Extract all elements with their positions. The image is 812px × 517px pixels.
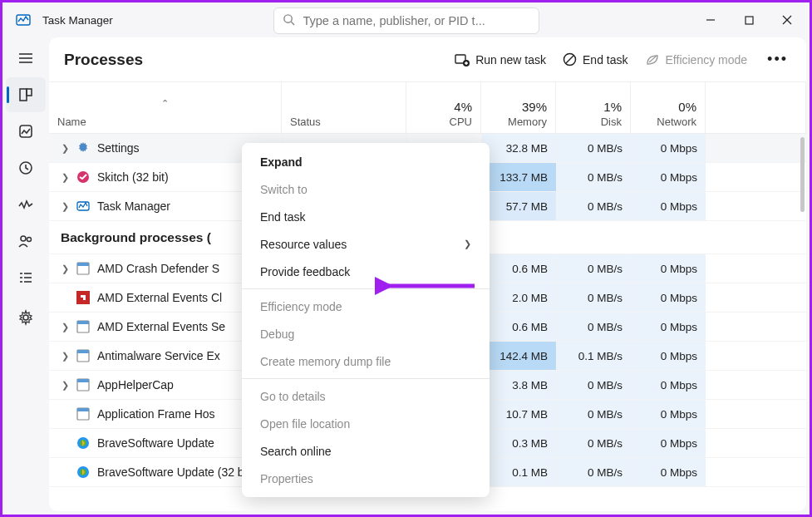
chevron-right-icon: ❯ (464, 239, 471, 249)
memory-cell: 10.7 MB (481, 400, 556, 428)
process-icon (76, 319, 91, 334)
nav-performance[interactable] (6, 114, 46, 149)
disk-cell: 0 MB/s (556, 163, 631, 191)
search-box[interactable] (273, 7, 539, 34)
process-name: Settings (97, 141, 140, 155)
memory-cell: 142.4 MB (481, 342, 556, 370)
nav-processes[interactable] (6, 77, 46, 112)
network-cell: 0 Mbps (631, 400, 706, 428)
end-task-button[interactable]: End task (563, 52, 627, 66)
process-icon (76, 261, 91, 276)
process-name: AMD Crash Defender S (97, 262, 219, 275)
chevron-right-icon[interactable]: ❯ (57, 201, 72, 212)
nav-users[interactable] (6, 224, 46, 258)
process-icon (76, 199, 91, 214)
process-name: Application Frame Hos (97, 407, 215, 421)
page-title: Processes (64, 51, 143, 69)
disk-cell: 0.1 MB/s (556, 342, 631, 370)
table-header: ⌃ Name Status 4%CPU 39%Memory 1%Disk 0%N… (49, 82, 806, 134)
process-icon (76, 465, 91, 480)
disk-cell: 0 MB/s (556, 400, 631, 428)
col-cpu[interactable]: 4%CPU (406, 82, 481, 133)
process-icon (76, 290, 91, 305)
disk-cell: 0 MB/s (556, 134, 631, 162)
network-cell: 0 Mbps (631, 342, 706, 370)
memory-cell: 3.8 MB (481, 371, 556, 399)
menu-item-end-task[interactable]: End task (242, 203, 490, 230)
col-memory[interactable]: 39%Memory (481, 82, 556, 133)
efficiency-mode-button: Efficiency mode (645, 53, 748, 66)
col-status[interactable]: Status (282, 82, 406, 133)
memory-cell: 57.7 MB (481, 192, 556, 220)
run-new-task-button[interactable]: Run new task (455, 53, 546, 66)
menu-separator (242, 378, 490, 379)
network-cell: 0 Mbps (631, 313, 706, 341)
process-name: BraveSoftware Update (32 bit) (97, 465, 253, 479)
main-panel: Processes Run new task End task Efficien… (49, 37, 806, 511)
memory-cell: 0.3 MB (481, 429, 556, 457)
menu-item-create-memory-dump-file: Create memory dump file (242, 347, 490, 375)
col-name[interactable]: ⌃ Name (49, 82, 282, 133)
chevron-right-icon[interactable]: ❯ (57, 263, 72, 274)
nav-startup[interactable] (6, 187, 46, 222)
titlebar: Task Manager (2, 2, 810, 37)
process-name: Antimalware Service Ex (97, 349, 220, 362)
process-name: AppHelperCap (97, 378, 174, 391)
disk-cell: 0 MB/s (556, 283, 631, 312)
disk-cell: 0 MB/s (556, 254, 631, 283)
col-disk[interactable]: 1%Disk (556, 82, 631, 133)
process-name: BraveSoftware Update (97, 436, 214, 450)
chevron-right-icon[interactable]: ❯ (57, 172, 72, 183)
svg-rect-43 (77, 408, 89, 411)
nav-hamburger[interactable] (6, 41, 46, 76)
col-network[interactable]: 0%Network (631, 82, 706, 133)
nav-services[interactable] (6, 300, 46, 335)
menu-item-open-file-location: Open file location (242, 410, 490, 437)
chevron-right-icon[interactable]: ❯ (57, 143, 72, 154)
nav-details[interactable] (6, 260, 46, 295)
maximize-button[interactable] (730, 2, 768, 37)
scrollbar-thumb[interactable] (800, 137, 805, 212)
chevron-right-icon[interactable]: ❯ (57, 322, 72, 332)
svg-point-15 (27, 238, 32, 242)
nav-app-history[interactable] (6, 150, 46, 185)
menu-item-switch-to: Switch to (242, 175, 490, 203)
disk-cell: 0 MB/s (556, 192, 631, 220)
svg-point-1 (283, 14, 291, 22)
svg-rect-10 (20, 89, 27, 101)
svg-point-22 (23, 315, 28, 320)
svg-rect-37 (77, 321, 89, 324)
chevron-right-icon[interactable]: ❯ (57, 380, 72, 391)
context-menu: ExpandSwitch toEnd taskResource values❯P… (242, 143, 490, 497)
process-icon (76, 140, 91, 155)
leaf-icon (645, 53, 660, 66)
network-cell: 0 Mbps (631, 254, 706, 283)
memory-cell: 2.0 MB (481, 283, 556, 312)
menu-item-provide-feedback[interactable]: Provide feedback (242, 258, 490, 285)
svg-rect-34 (77, 263, 89, 266)
process-name: AMD External Events Cl (97, 291, 222, 304)
menu-item-search-online[interactable]: Search online (242, 437, 490, 465)
disk-cell: 0 MB/s (556, 429, 631, 457)
search-input[interactable] (303, 14, 530, 27)
run-task-icon (455, 53, 470, 66)
vertical-scrollbar[interactable] (796, 37, 806, 511)
process-name: Task Manager (97, 199, 170, 213)
svg-point-14 (21, 236, 26, 241)
network-cell: 0 Mbps (631, 371, 706, 399)
svg-rect-41 (77, 379, 89, 382)
menu-item-efficiency-mode: Efficiency mode (242, 293, 490, 320)
more-button[interactable]: ••• (764, 51, 791, 68)
search-icon (283, 13, 295, 29)
app-title: Task Manager (42, 14, 113, 27)
minimize-button[interactable] (691, 2, 730, 37)
menu-item-go-to-details: Go to details (242, 382, 490, 410)
close-button[interactable] (768, 2, 806, 37)
chevron-right-icon[interactable]: ❯ (57, 351, 72, 362)
svg-line-2 (291, 22, 294, 25)
menu-item-expand[interactable]: Expand (242, 148, 490, 175)
menu-item-resource-values[interactable]: Resource values❯ (242, 230, 490, 258)
end-task-icon (563, 52, 577, 66)
network-cell: 0 Mbps (631, 458, 706, 486)
menu-separator (242, 288, 490, 289)
